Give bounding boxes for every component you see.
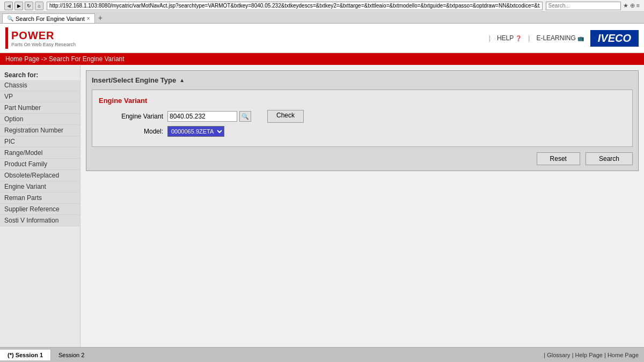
check-button[interactable]: Check <box>267 110 304 123</box>
bottom-bar: (*) Session 1 Session 2 | Glossary | Hel… <box>0 347 644 362</box>
sidebar-item-pic[interactable]: PIC <box>0 136 80 147</box>
logo-area: POWER Parts On Web Easy Research <box>5 27 76 49</box>
magnifier-icon: 🔍 <box>241 113 249 120</box>
tab-close-button[interactable]: × <box>87 16 90 21</box>
home-page-link[interactable]: Home Page <box>608 352 639 358</box>
help-label: HELP <box>497 34 514 42</box>
back-button[interactable]: ◀ <box>4 2 13 10</box>
main-panel: Insert/Select Engine Type ▲ Engine Varia… <box>86 70 639 171</box>
sidebar: Search for: Chassis VP Part Number Optio… <box>0 65 80 347</box>
separator1: | <box>489 34 491 42</box>
sidebar-item-product-family[interactable]: Product Family <box>0 159 80 170</box>
iveco-logo: IVECO <box>590 30 639 47</box>
home-button[interactable]: ⌂ <box>35 2 43 10</box>
search-button[interactable]: Search <box>586 152 633 165</box>
reset-button[interactable]: Reset <box>537 152 580 165</box>
help-icon: ❓ <box>515 35 522 41</box>
sidebar-item-supplier-reference[interactable]: Supplier Reference <box>0 204 80 215</box>
new-tab-button[interactable]: + <box>95 12 106 23</box>
settings-icon[interactable]: ≡ <box>636 2 640 9</box>
tab-favicon: 🔍 <box>7 16 13 21</box>
browser-titlebar: ◀ ▶ ↻ ⌂ http://192.168.1.103:8080/mycatr… <box>0 0 644 12</box>
sidebar-item-engine-variant[interactable]: Engine Variant <box>0 181 80 193</box>
engine-variant-label: Engine Variant <box>99 113 163 120</box>
breadcrumb: Home Page -> Search For Engine Variant <box>0 53 644 65</box>
star-icon[interactable]: ★ <box>623 2 628 9</box>
active-tab[interactable]: 🔍 Search For Engine Variant × <box>2 13 95 23</box>
sidebar-section-header: Search for: <box>0 69 80 80</box>
logo-subtitle: Parts On Web Easy Research <box>11 42 76 47</box>
sidebar-item-reman-parts[interactable]: Reman Parts <box>0 193 80 204</box>
session1-tab[interactable]: (*) Session 1 <box>0 350 51 360</box>
engine-variant-section: Engine Variant Engine Variant 🔍 Check Mo… <box>92 90 633 147</box>
engine-variant-search-icon[interactable]: 🔍 <box>239 111 251 122</box>
header-right: | HELP ❓ | E-LEARNING 📺 IVECO <box>489 30 639 47</box>
glossary-link[interactable]: Glossary <box>547 352 570 358</box>
reload-button[interactable]: ↻ <box>25 2 33 10</box>
engine-variant-input[interactable] <box>167 111 237 122</box>
elearning-link[interactable]: E-LEARNING 📺 <box>536 34 583 42</box>
sidebar-item-part-number[interactable]: Part Number <box>0 102 80 114</box>
content-area: Insert/Select Engine Type ▲ Engine Varia… <box>80 65 644 347</box>
panel-title-text: Insert/Select Engine Type <box>92 76 176 84</box>
model-select[interactable]: 0000065.9ZETA <box>167 126 224 137</box>
help-link[interactable]: HELP ❓ <box>497 34 522 42</box>
bookmark-icon[interactable]: ⊕ <box>630 2 635 9</box>
engine-variant-title: Engine Variant <box>99 97 626 105</box>
panel-title: Insert/Select Engine Type ▲ <box>92 76 633 84</box>
app-header: POWER Parts On Web Easy Research | HELP … <box>0 24 644 53</box>
model-label: Model: <box>99 128 163 135</box>
action-buttons: Reset Search <box>92 152 633 165</box>
logo-power: POWER Parts On Web Easy Research <box>11 29 76 47</box>
sidebar-item-vp[interactable]: VP <box>0 91 80 102</box>
tab-bar: 🔍 Search For Engine Variant × + <box>0 12 644 24</box>
sidebar-item-sosti-v[interactable]: Sosti V Information <box>0 215 80 226</box>
sidebar-item-registration-number[interactable]: Registration Number <box>0 125 80 136</box>
address-text: http://192.168.1.103:8080/mycatric/varMo… <box>49 3 540 9</box>
sidebar-item-range-model[interactable]: Range/Model <box>0 147 80 159</box>
browser-icons: ★ ⊕ ≡ <box>623 2 640 9</box>
help-page-link[interactable]: Help Page <box>575 352 603 358</box>
breadcrumb-text: Home Page -> Search For Engine Variant <box>5 55 125 63</box>
panel-arrow-icon: ▲ <box>179 77 185 83</box>
engine-variant-row: Engine Variant 🔍 Check <box>99 110 626 123</box>
elearning-icon: 📺 <box>577 35 584 41</box>
logo-red-bar <box>5 27 8 49</box>
elearning-label: E-LEARNING <box>536 34 575 42</box>
separator2: | <box>528 34 530 42</box>
sidebar-item-chassis[interactable]: Chassis <box>0 80 80 91</box>
session2-tab[interactable]: Session 2 <box>51 350 92 360</box>
browser-controls: ◀ ▶ ↻ ⌂ <box>4 2 43 10</box>
tab-label: Search For Engine Variant <box>16 16 85 22</box>
logo-title: POWER <box>11 29 76 42</box>
address-bar[interactable]: http://192.168.1.103:8080/mycatric/varMo… <box>47 2 543 10</box>
main-layout: Search for: Chassis VP Part Number Optio… <box>0 65 644 347</box>
sidebar-item-obsolete-replaced[interactable]: Obsolete/Replaced <box>0 170 80 181</box>
bottom-links: | Glossary | Help Page | Home Page <box>538 352 644 358</box>
sidebar-item-option[interactable]: Option <box>0 114 80 125</box>
browser-search-input[interactable] <box>546 2 621 10</box>
forward-button[interactable]: ▶ <box>14 2 23 10</box>
model-row: Model: 0000065.9ZETA <box>99 126 626 137</box>
